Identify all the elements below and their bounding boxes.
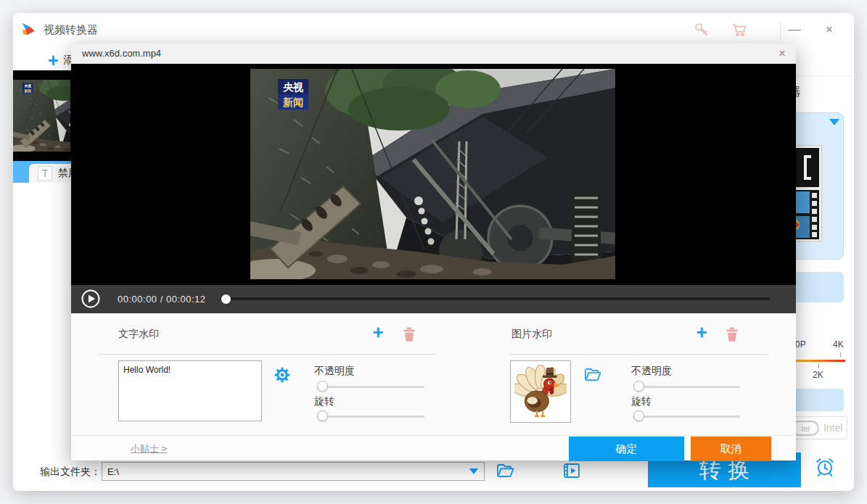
turkey-image xyxy=(514,365,567,418)
image-rotate-label: 旋转 xyxy=(631,395,652,408)
watermark-text-input[interactable]: Hello World! xyxy=(118,360,262,421)
output-folder-label: 输出文件夹： xyxy=(40,466,101,479)
schedule-alarm-icon[interactable] xyxy=(814,456,836,478)
register-key-icon[interactable] xyxy=(694,22,710,38)
image-section-divider xyxy=(510,354,769,355)
play-button[interactable] xyxy=(81,289,100,308)
open-folder-button[interactable] xyxy=(496,461,515,480)
image-rotate-handle[interactable] xyxy=(633,410,644,421)
video-preview-region xyxy=(71,64,796,285)
combobox-dropdown-icon xyxy=(469,468,478,474)
resolution-right-label: 4K xyxy=(833,339,844,350)
resolution-tick-2k xyxy=(818,364,819,368)
intel-label: Intel xyxy=(823,422,842,434)
image-opacity-slider[interactable] xyxy=(633,381,740,392)
video-preview xyxy=(250,69,615,279)
dialog-footer: 小贴士 > 确定 取消 xyxy=(71,435,796,460)
output-folder-value: E:\ xyxy=(102,466,469,477)
shopping-cart-icon[interactable] xyxy=(731,22,747,38)
playback-time: 00:00:00 / 00:00:12 xyxy=(118,294,206,305)
resolution-tick-4k xyxy=(840,352,841,357)
text-settings-gear-icon[interactable] xyxy=(274,366,291,384)
image-watermark-header: 图片水印 xyxy=(511,328,552,341)
titlebar: 视频转换器 — × xyxy=(13,13,854,45)
text-rotate-slider[interactable] xyxy=(317,410,424,422)
tips-link[interactable]: 小贴士 > xyxy=(131,442,167,455)
cancel-button[interactable]: 取消 xyxy=(691,437,771,461)
app-logo-icon xyxy=(20,21,36,37)
text-tool-icon: T xyxy=(38,166,52,181)
output-folder-combobox[interactable]: E:\ xyxy=(102,462,485,481)
media-info-button[interactable] xyxy=(562,461,581,480)
playback-bar: 00:00:00 / 00:00:12 xyxy=(71,285,796,313)
seek-handle[interactable] xyxy=(221,294,231,304)
text-opacity-handle[interactable] xyxy=(317,381,328,392)
video-thumbnail[interactable] xyxy=(13,80,70,152)
browse-image-folder-icon[interactable] xyxy=(584,366,602,383)
screen: 视频转换器 — × + 添 xyxy=(0,0,867,504)
close-window-button[interactable]: × xyxy=(818,20,840,39)
text-opacity-label: 不透明度 xyxy=(314,365,355,378)
watermark-settings: 文字水印 + Hello World! 不透明度 xyxy=(71,313,796,435)
text-opacity-slider[interactable] xyxy=(317,381,424,392)
image-watermark-preview xyxy=(510,360,571,423)
ok-button[interactable]: 确定 xyxy=(569,437,684,461)
dialog-title: www.x6d.com.mp4 xyxy=(82,48,161,59)
watermark-dialog: www.x6d.com.mp4 × 00:00:00 / 00:00:12 文字… xyxy=(71,44,796,460)
app-title: 视频转换器 xyxy=(44,23,98,37)
plus-icon: + xyxy=(48,51,59,69)
text-watermark-header: 文字水印 xyxy=(118,328,159,341)
add-text-watermark-button[interactable]: + xyxy=(369,323,387,342)
seek-bar[interactable] xyxy=(221,297,770,300)
minimize-button[interactable]: — xyxy=(784,20,805,39)
image-opacity-label: 不透明度 xyxy=(631,365,672,378)
resolution-mid-label: 2K xyxy=(813,370,823,380)
add-image-watermark-button[interactable]: + xyxy=(692,323,711,342)
image-rotate-slider[interactable] xyxy=(633,410,740,422)
text-section-divider xyxy=(98,354,435,355)
dialog-titlebar: www.x6d.com.mp4 × xyxy=(71,44,796,64)
text-rotate-label: 旋转 xyxy=(314,395,334,408)
add-files-button[interactable]: + 添 xyxy=(48,51,74,70)
dialog-close-button[interactable]: × xyxy=(772,45,792,62)
resolution-left-label: 0P xyxy=(795,339,806,350)
titlebar-separator xyxy=(780,22,781,39)
text-rotate-handle[interactable] xyxy=(317,410,328,421)
format-dropdown-icon[interactable] xyxy=(829,119,839,125)
delete-text-watermark-icon[interactable] xyxy=(403,327,416,342)
image-opacity-handle[interactable] xyxy=(633,381,644,392)
delete-image-watermark-icon[interactable] xyxy=(726,327,739,342)
